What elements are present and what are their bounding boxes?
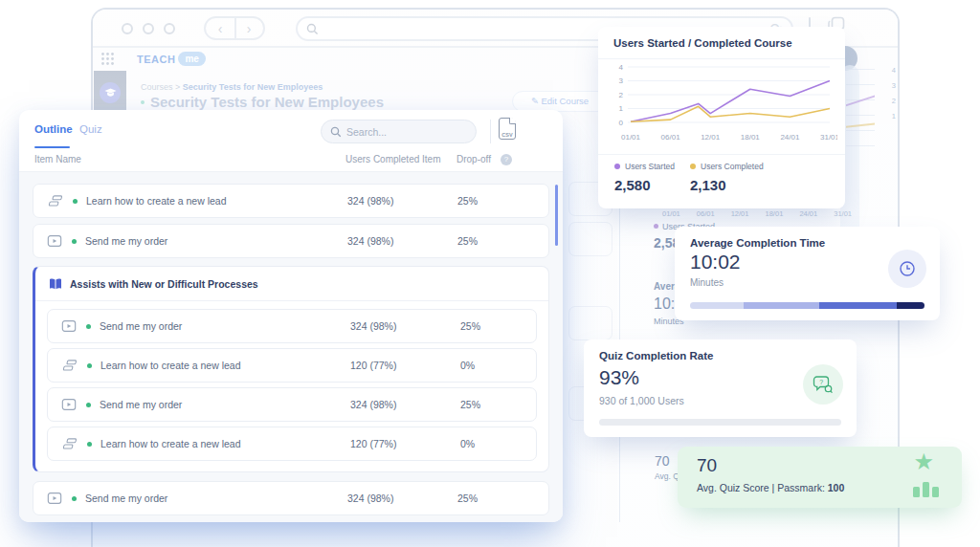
course-item-row[interactable]: Send me my order324 (98%)25% bbox=[47, 309, 537, 343]
users-completed-value: 324 (98%) bbox=[350, 320, 396, 332]
users-completed-dot bbox=[690, 164, 696, 169]
bg-row-fragment bbox=[568, 222, 612, 256]
average-completion-time-card: Average Completion Time 10:02 Minutes bbox=[675, 227, 940, 320]
users-completed-value: 324 (98%) bbox=[347, 235, 393, 247]
course-outline-panel: Outline Quiz CSV Item Name Users Complet… bbox=[19, 110, 563, 522]
flow-item-icon bbox=[47, 194, 63, 208]
svg-text:18/01: 18/01 bbox=[741, 133, 761, 142]
divider bbox=[598, 154, 845, 155]
course-item-row[interactable]: Learn how to create a new lead324 (98%)2… bbox=[33, 184, 549, 218]
course-item-row[interactable]: Learn how to create a new lead120 (77%)0… bbox=[47, 427, 537, 461]
course-item-row[interactable]: Send me my order324 (98%)25% bbox=[33, 224, 549, 258]
item-name: Learn how to create a new lead bbox=[100, 360, 241, 371]
course-item-row[interactable]: Send me my order324 (98%)25% bbox=[47, 387, 537, 422]
search-icon bbox=[330, 126, 342, 138]
header-divider bbox=[490, 120, 491, 143]
time-bar-segment bbox=[819, 302, 897, 309]
card-title: Quiz Completion Rate bbox=[599, 350, 713, 361]
avg-quiz-score-card: 70 Avg. Quiz Score | Passmark: 100 ★ bbox=[678, 447, 962, 508]
course-item-row[interactable]: Learn how to create a new lead120 (77%)0… bbox=[47, 348, 537, 383]
dropoff-value: 25% bbox=[460, 320, 480, 332]
video-item-icon bbox=[47, 234, 62, 248]
published-status-dot bbox=[72, 239, 77, 244]
quiz-completion-rate-card: Quiz Completion Rate 93% 930 of 1,000 Us… bbox=[584, 339, 857, 437]
flow-item-icon bbox=[61, 437, 78, 450]
svg-text:12/01: 12/01 bbox=[701, 133, 721, 142]
group-header[interactable]: Assists with New or Difficult Processes bbox=[35, 267, 548, 301]
video-item-icon bbox=[47, 492, 62, 505]
clock-icon bbox=[899, 260, 916, 277]
published-status-dot bbox=[73, 199, 78, 204]
search-input[interactable] bbox=[346, 121, 469, 142]
screenshot-stage: ‹ › ⟳ TEACH me bbox=[0, 0, 980, 547]
book-icon bbox=[49, 278, 62, 290]
quiz-rate-track bbox=[599, 419, 841, 426]
dropoff-help-icon[interactable]: ? bbox=[501, 154, 512, 165]
dropoff-value: 25% bbox=[457, 492, 478, 504]
users-completed-value: 120 (77%) bbox=[350, 438, 396, 449]
card-title: Average Completion Time bbox=[690, 237, 825, 249]
svg-text:31/01: 31/01 bbox=[820, 133, 837, 142]
users-completed-total: 2,130 bbox=[690, 177, 764, 193]
published-status-dot bbox=[86, 324, 91, 329]
published-status-dot bbox=[86, 403, 91, 407]
bg-csv-icon: CSV bbox=[571, 160, 589, 182]
svg-text:0: 0 bbox=[619, 119, 624, 127]
avg-time-unit: Minutes bbox=[690, 277, 724, 288]
outline-item-list: Learn how to create a new lead324 (98%)2… bbox=[19, 172, 563, 522]
item-name: Learn how to create a new lead bbox=[86, 195, 227, 207]
quiz-score-label: Avg. Quiz Score | Passmark: 100 bbox=[697, 482, 844, 493]
panel-header: Outline Quiz CSV bbox=[19, 110, 563, 152]
column-dropoff: Drop-off bbox=[457, 154, 491, 164]
dropoff-value: 25% bbox=[460, 399, 480, 410]
svg-text:1: 1 bbox=[619, 104, 624, 113]
group-title: Assists with New or Difficult Processes bbox=[70, 278, 258, 290]
active-tab-underline bbox=[34, 146, 70, 148]
quiz-rate-value: 93% bbox=[599, 366, 639, 389]
export-csv-icon[interactable]: CSV bbox=[499, 118, 516, 140]
users-completed-value: 324 (98%) bbox=[347, 195, 393, 207]
svg-text:2: 2 bbox=[619, 91, 624, 99]
users-started-total: 2,580 bbox=[614, 177, 675, 193]
item-name: Learn how to create a new lead bbox=[100, 438, 241, 449]
bg-chart-yticks: 4321 bbox=[888, 63, 896, 124]
bg-column-divider bbox=[619, 155, 620, 522]
bar-chart-icon bbox=[913, 482, 939, 497]
dropoff-value: 0% bbox=[460, 438, 475, 449]
star-icon: ★ bbox=[913, 449, 934, 475]
course-line-chart: 0123401/0106/0112/0118/0124/0131/01 bbox=[606, 61, 837, 149]
item-name: Send me my order bbox=[85, 235, 167, 247]
tab-outline[interactable]: Outline bbox=[34, 123, 73, 135]
users-completed-value: 120 (77%) bbox=[350, 360, 396, 371]
flow-item-icon bbox=[61, 359, 78, 372]
panel-scrollbar-thumb[interactable] bbox=[555, 185, 558, 246]
svg-text:06/01: 06/01 bbox=[661, 133, 681, 142]
search-field[interactable] bbox=[321, 120, 477, 143]
time-bar-segment bbox=[744, 302, 818, 309]
time-bar-segment bbox=[897, 302, 924, 309]
time-bar-segment bbox=[690, 302, 744, 309]
legend-users-completed: Users Completed 2,130 bbox=[690, 162, 764, 193]
column-users-completed: Users Completed Item bbox=[345, 154, 440, 164]
quiz-chip: ? bbox=[803, 364, 843, 405]
users-started-dot bbox=[614, 164, 620, 169]
bg-chart-fragment bbox=[846, 61, 875, 168]
dropoff-value: 25% bbox=[457, 195, 478, 207]
svg-text:?: ? bbox=[819, 379, 823, 385]
item-name: Send me my order bbox=[100, 320, 182, 332]
users-started-completed-card: Users Started / Completed Course 0123401… bbox=[598, 27, 845, 208]
published-status-dot bbox=[87, 442, 92, 447]
bg-chart-xticks: 01/0106/0112/0118/0124/0131/01 bbox=[662, 209, 852, 218]
course-item-row[interactable]: Send me my order324 (98%)25% bbox=[33, 481, 549, 515]
quiz-rate-subtitle: 930 of 1,000 Users bbox=[599, 395, 684, 406]
tab-quiz[interactable]: Quiz bbox=[79, 123, 102, 135]
svg-text:24/01: 24/01 bbox=[780, 133, 800, 142]
published-status-dot bbox=[87, 363, 92, 368]
svg-text:01/01: 01/01 bbox=[621, 133, 641, 142]
users-completed-value: 324 (98%) bbox=[347, 492, 393, 504]
item-group: Assists with New or Difficult Processes … bbox=[33, 266, 549, 472]
video-item-icon bbox=[61, 319, 77, 333]
clock-chip bbox=[888, 250, 926, 288]
video-item-icon bbox=[61, 398, 77, 411]
quiz-score-value: 70 bbox=[697, 455, 717, 476]
